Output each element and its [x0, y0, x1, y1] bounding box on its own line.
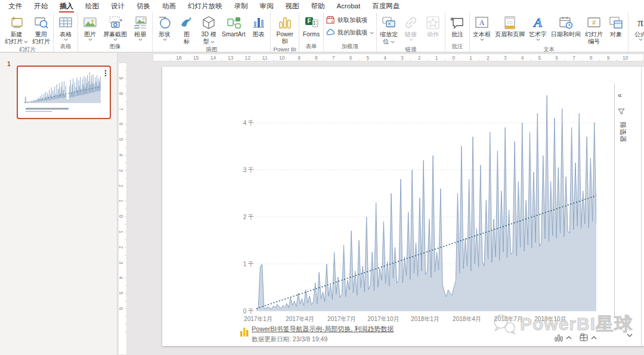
ribbon-tab-bar: 文件开始插入绘图设计切换动画幻灯片放映录制审阅视图帮助Acrobat百度网盘 [0, 0, 644, 13]
smartart-button[interactable]: SmartArt [220, 13, 247, 39]
button-label: 3D 模 [201, 31, 216, 38]
link-button: 链接 [400, 13, 422, 42]
button-label: 日期和时间 [551, 31, 581, 38]
equation-button[interactable]: π公式 [630, 13, 644, 42]
collapse-filter-pane-icon[interactable]: « [618, 92, 622, 99]
new-slide-button[interactable]: 新建幻灯片 [3, 13, 30, 46]
ribbon-group-label: 文本 [471, 46, 627, 52]
ribbon-group-8: 批注批注 [445, 13, 470, 52]
menu-tab-draw[interactable]: 绘图 [79, 0, 105, 13]
button-label: 屏幕截图 [103, 31, 127, 38]
button-label: 页眉和页脚 [495, 31, 525, 38]
svg-text:A: A [532, 15, 542, 30]
menu-tab-record[interactable]: 录制 [228, 0, 254, 13]
icons-icon [179, 14, 194, 31]
action-button: 动作 [422, 13, 444, 39]
shapes-button[interactable]: 形状 [154, 13, 175, 42]
menu-tab-insert[interactable]: 插入 [54, 0, 79, 13]
menu-tab-review[interactable]: 审阅 [254, 0, 280, 13]
equation-icon: π [633, 14, 644, 31]
ribbon-group-label: 图像 [79, 43, 151, 52]
menu-tab-file[interactable]: 文件 [2, 0, 28, 13]
comment-button[interactable]: 批注 [447, 13, 468, 39]
menu-tab-animations[interactable]: 动画 [156, 0, 182, 13]
ribbon-group-9: A文本框页眉和页脚A艺术字日期和时间#幻灯片编号对象文本 [470, 13, 628, 52]
button-label: 形状 [159, 31, 171, 38]
y-axis-label: 2 千 [233, 213, 254, 222]
button-label: 链接 [405, 31, 417, 38]
reuse-slides-button[interactable]: 重用幻灯片 [30, 13, 52, 46]
action-icon [425, 14, 441, 31]
textbox-icon: A [474, 14, 490, 31]
menu-tab-baidu-netdisk[interactable]: 百度网盘 [366, 0, 405, 13]
chevron-up-icon [566, 336, 572, 340]
menu-tab-transitions[interactable]: 切换 [131, 0, 156, 13]
menu-tab-home[interactable]: 开始 [28, 0, 54, 13]
button-label: 相册 [134, 31, 146, 38]
button-label: 位 [383, 38, 395, 45]
slide-number-button[interactable]: #幻灯片编号 [583, 13, 605, 46]
svg-text:A: A [479, 18, 485, 27]
my-add-ins-button[interactable]: 我的加载项 [325, 27, 375, 38]
dropdown-chevron-icon [138, 38, 143, 41]
header-footer-button[interactable]: 页眉和页脚 [493, 13, 527, 39]
chevron-down-icon [627, 334, 633, 337]
album-icon [132, 14, 148, 31]
filter-icon[interactable] [618, 108, 625, 115]
date-time-button[interactable]: 日期和时间 [549, 13, 583, 39]
power-bi-button[interactable]: PowerBI [274, 13, 296, 46]
button-label: 幻灯片 [585, 31, 603, 38]
object-icon [608, 14, 624, 31]
filter-pane-divider [614, 83, 615, 317]
button-label: BI [282, 38, 287, 45]
ribbon-group-2: 图片屏幕截图相册图像 [78, 13, 153, 52]
viewer-chart-control[interactable] [555, 334, 572, 342]
menu-tab-help[interactable]: 帮助 [305, 0, 331, 13]
dropdown-chevron-icon [639, 38, 643, 41]
viewer-layout-control[interactable] [580, 334, 597, 341]
ribbon-group-7: 缩放定位链接动作链接 [377, 13, 445, 52]
smartart-icon [226, 14, 242, 31]
viewer-more-control[interactable] [627, 334, 633, 337]
ribbon-group-10: π公式Ω符号符号 [628, 13, 644, 52]
text-box-button[interactable]: A文本框 [471, 13, 493, 42]
zoomlink-icon [381, 14, 397, 31]
pictures-button[interactable]: 图片 [79, 13, 101, 42]
button-label: 我的加载项 [338, 29, 367, 37]
svg-text:F: F [307, 18, 311, 24]
ribbon-group-6: 获取加载项我的加载项加载项 [324, 13, 377, 52]
button-label: 表格 [60, 31, 72, 38]
3d-models-button[interactable]: 3D 模型 [198, 13, 219, 46]
table-button[interactable]: 表格 [55, 13, 76, 42]
button-label: 图表 [252, 31, 264, 38]
wordart-button[interactable]: A艺术字 [527, 13, 549, 42]
menu-tab-design[interactable]: 设计 [105, 0, 131, 13]
forms-button[interactable]: FForms [301, 13, 322, 39]
object-button[interactable]: 对象 [605, 13, 627, 39]
filter-pane-label[interactable]: 筛选器 [618, 122, 627, 143]
photo-album-button[interactable]: 相册 [129, 13, 151, 42]
y-axis-label: 0 千 [233, 307, 254, 316]
get-add-ins-button[interactable]: 获取加载项 [325, 15, 369, 26]
menu-tab-slide-show[interactable]: 幻灯片放映 [182, 0, 228, 13]
powerbi-report-link[interactable]: PowerBI书签导航器示例-局部切换, 利润趋势数据 [252, 325, 394, 334]
screenshot-icon [107, 14, 123, 31]
ribbon-group-4: PowerBIPower BI [271, 13, 299, 52]
menu-tab-acrobat[interactable]: Acrobat [331, 0, 367, 13]
dropdown-chevron-icon [64, 38, 68, 41]
link-icon [403, 14, 419, 31]
button-label: 图 [184, 31, 190, 38]
screenshot-button[interactable]: 屏幕截图 [101, 13, 129, 42]
icons-button[interactable]: 图标 [176, 13, 197, 46]
dropdown-chevron-icon [409, 38, 413, 41]
zoom-link-button[interactable]: 缩放定位 [378, 13, 400, 46]
button-label: 缩放定 [380, 31, 398, 38]
ribbon: 新建幻灯片重用幻灯片幻灯片表格表格图片屏幕截图相册图像形状图标3D 模型Smar… [0, 13, 644, 52]
ribbon-group-5: FForms表单 [299, 13, 324, 52]
slide-thumbnail[interactable] [17, 66, 111, 119]
menu-tab-view[interactable]: 视图 [280, 0, 305, 13]
chart-button[interactable]: 图表 [247, 13, 269, 39]
powerbi-icon [277, 14, 293, 31]
addin-cloud-icon [326, 29, 335, 37]
button-label: 公式 [634, 31, 644, 38]
